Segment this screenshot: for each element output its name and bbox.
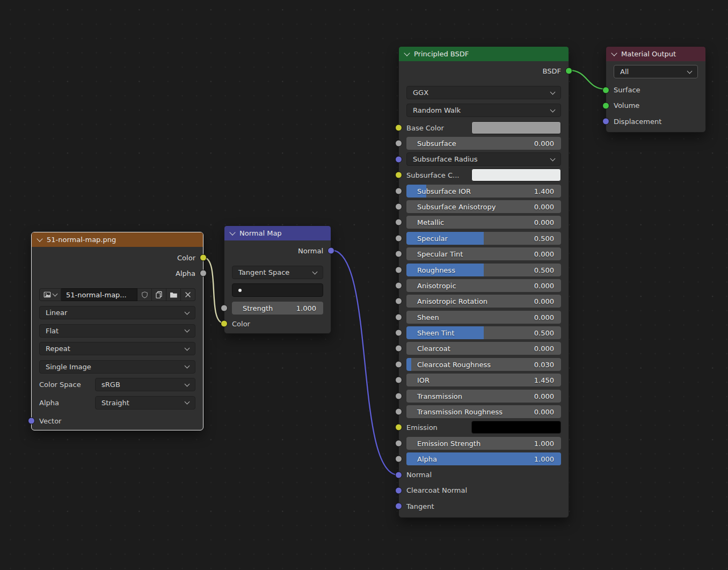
socket-clearcoat-roughness-input[interactable] xyxy=(395,361,402,368)
socket-specular-input[interactable] xyxy=(395,235,402,242)
socket-normal-output[interactable] xyxy=(327,247,334,254)
socket-clearcoat-input[interactable] xyxy=(395,345,402,352)
node-principled-bsdf[interactable]: Principled BSDF BSDF GGX Random Walk Bas… xyxy=(398,46,569,518)
slider-value: 0.030 xyxy=(534,360,554,368)
duplicate-image-button[interactable] xyxy=(152,288,166,301)
socket-emission-strength-input[interactable] xyxy=(395,440,402,447)
node-header[interactable]: Material Output xyxy=(606,47,705,61)
distribution-dropdown[interactable]: GGX xyxy=(406,86,561,99)
socket-sheen-tint-input[interactable] xyxy=(395,330,402,337)
open-image-button[interactable] xyxy=(166,288,181,301)
slider-subsurface-ior[interactable]: Subsurface IOR1.400 xyxy=(406,185,561,198)
node-header[interactable]: 51-normal-map.png xyxy=(32,232,203,247)
socket-roughness-input[interactable] xyxy=(395,266,402,273)
slider-value: 0.000 xyxy=(534,202,554,210)
socket-color-output[interactable] xyxy=(200,254,207,261)
socket-subsurface-ior-input[interactable] xyxy=(395,187,402,194)
slider-anisotropic-rotation[interactable]: Anisotropic Rotation0.000 xyxy=(406,295,561,308)
socket-sheen-input[interactable] xyxy=(395,313,402,320)
slider-alpha[interactable]: Alpha1.000 xyxy=(406,452,561,465)
dropdown-subsurface-radius[interactable]: Subsurface Radius xyxy=(406,152,561,166)
socket-anisotropic-rotation-input[interactable] xyxy=(395,298,402,305)
socket-color-input[interactable] xyxy=(221,320,228,327)
slider-sheen-tint[interactable]: Sheen Tint0.500 xyxy=(406,326,561,339)
interpolation-dropdown[interactable]: Linear xyxy=(39,306,195,319)
slider-roughness[interactable]: Roughness0.500 xyxy=(406,264,561,276)
image-name-field[interactable]: 51-normal-map... xyxy=(61,288,137,301)
color-swatch-base-color[interactable] xyxy=(471,121,561,134)
socket-metallic-input[interactable] xyxy=(395,219,402,226)
socket-subsurface-radius-input[interactable] xyxy=(395,156,402,163)
slider-subsurface-anisotropy[interactable]: Subsurface Anisotropy0.000 xyxy=(406,200,561,213)
socket-anisotropic-input[interactable] xyxy=(395,282,402,289)
slider-label: Subsurface xyxy=(417,140,456,148)
slider-transmission[interactable]: Transmission0.000 xyxy=(406,390,561,403)
slider-anisotropic[interactable]: Anisotropic0.000 xyxy=(406,279,561,292)
extension-dropdown[interactable]: Repeat xyxy=(39,342,195,355)
socket-ior-input[interactable] xyxy=(395,377,402,384)
slider-transmission-roughness[interactable]: Transmission Roughness0.000 xyxy=(406,405,561,418)
slider-value: 0.500 xyxy=(534,234,554,242)
fake-user-button[interactable] xyxy=(137,288,152,301)
slider-subsurface[interactable]: Subsurface0.000 xyxy=(406,137,561,150)
node-image-texture[interactable]: 51-normal-map.png Color Alpha 51-normal-… xyxy=(31,232,203,430)
input-row-vector: Vector xyxy=(39,414,195,427)
slider-sheen[interactable]: Sheen0.000 xyxy=(406,311,561,324)
slider-ior[interactable]: IOR1.450 xyxy=(406,374,561,386)
unlink-image-button[interactable] xyxy=(181,288,195,301)
image-selector-row: 51-normal-map... xyxy=(39,288,195,301)
node-header[interactable]: Principled BSDF xyxy=(399,47,569,61)
socket-clearcoat-normal-input[interactable] xyxy=(395,487,402,494)
collapse-chevron-icon[interactable] xyxy=(404,50,410,56)
slider-value: 0.000 xyxy=(534,140,554,148)
socket-normal-input[interactable] xyxy=(395,471,402,478)
strength-slider[interactable]: Strength 1.000 xyxy=(232,302,323,315)
socket-displacement-input[interactable] xyxy=(602,118,609,125)
node-material-output[interactable]: Material Output All Surface Volume Displ… xyxy=(606,46,706,133)
node-header[interactable]: Normal Map xyxy=(224,226,331,240)
dropdown-label: Repeat xyxy=(46,345,70,353)
socket-subsurface-anisotropy-input[interactable] xyxy=(395,203,402,210)
socket-tangent-input[interactable] xyxy=(395,503,402,510)
socket-emission-input[interactable] xyxy=(395,424,402,431)
collapse-chevron-icon[interactable] xyxy=(611,50,617,56)
socket-transmission-roughness-input[interactable] xyxy=(395,408,402,415)
socket-subsurface-input[interactable] xyxy=(395,140,402,147)
uv-map-field[interactable] xyxy=(232,283,323,297)
socket-specular-tint-input[interactable] xyxy=(395,251,402,258)
socket-volume-input[interactable] xyxy=(602,102,609,109)
slider-label: Subsurface Anisotropy xyxy=(417,202,496,210)
collapse-chevron-icon[interactable] xyxy=(229,229,235,235)
slider-metallic[interactable]: Metallic0.000 xyxy=(406,216,561,229)
socket-strength-input[interactable] xyxy=(221,305,228,312)
color-space-dropdown[interactable]: sRGB xyxy=(95,378,195,391)
socket-base-color-input[interactable] xyxy=(395,125,402,131)
input-row-color: Color xyxy=(232,317,323,330)
node-title: 51-normal-map.png xyxy=(47,236,116,244)
slider-emission-strength[interactable]: Emission Strength1.000 xyxy=(406,437,561,450)
slider-specular-tint[interactable]: Specular Tint0.000 xyxy=(406,247,561,260)
socket-subsurface-c-input[interactable] xyxy=(395,172,402,179)
slider-value: 1.000 xyxy=(296,304,316,312)
socket-alpha-output[interactable] xyxy=(200,270,207,277)
node-normal-map[interactable]: Normal Map Normal Tangent Space Strength… xyxy=(224,225,331,334)
chevron-down-icon xyxy=(185,363,190,369)
slider-specular[interactable]: Specular0.500 xyxy=(406,232,561,245)
socket-surface-input[interactable] xyxy=(602,86,609,93)
socket-vector-input[interactable] xyxy=(28,418,35,425)
socket-bsdf-output[interactable] xyxy=(565,68,572,75)
alpha-mode-dropdown[interactable]: Straight xyxy=(95,396,195,410)
projection-dropdown[interactable]: Flat xyxy=(39,324,195,338)
slider-clearcoat[interactable]: Clearcoat0.000 xyxy=(406,342,561,355)
image-browse-button[interactable] xyxy=(39,288,61,301)
source-dropdown[interactable]: Single Image xyxy=(39,360,195,374)
socket-alpha-input[interactable] xyxy=(395,456,402,463)
color-swatch-emission[interactable] xyxy=(471,421,561,434)
color-swatch-subsurface-c[interactable] xyxy=(471,169,561,181)
slider-clearcoat-roughness[interactable]: Clearcoat Roughness0.030 xyxy=(406,358,561,371)
socket-transmission-input[interactable] xyxy=(395,392,402,399)
space-dropdown[interactable]: Tangent Space xyxy=(232,266,323,279)
target-dropdown[interactable]: All xyxy=(614,65,698,78)
subsurface-method-dropdown[interactable]: Random Walk xyxy=(406,104,561,117)
collapse-chevron-icon[interactable] xyxy=(37,236,42,242)
